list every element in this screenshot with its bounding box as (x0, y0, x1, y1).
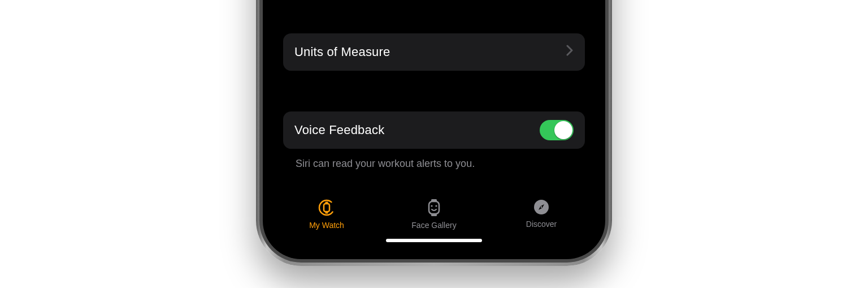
voice-feedback-toggle[interactable] (540, 120, 574, 140)
watch-icon (317, 198, 336, 217)
phone-inner-ring: Units of Measure Voice Feedback (259, 0, 609, 263)
home-indicator[interactable] (386, 239, 482, 242)
settings-content: Units of Measure Voice Feedback (273, 0, 595, 195)
svg-rect-1 (324, 204, 329, 212)
svg-point-10 (541, 207, 542, 208)
tab-discover-label: Discover (526, 220, 557, 229)
toggle-knob (554, 121, 572, 139)
svg-rect-6 (431, 214, 437, 216)
svg-rect-4 (429, 201, 439, 214)
phone-frame: Units of Measure Voice Feedback (256, 0, 612, 266)
svg-rect-2 (326, 202, 328, 204)
tab-my-watch[interactable]: My Watch (274, 198, 380, 230)
tab-discover[interactable]: Discover (488, 198, 594, 229)
phone-screen: Units of Measure Voice Feedback (273, 0, 595, 249)
chevron-right-icon (566, 45, 574, 59)
tab-my-watch-label: My Watch (309, 221, 344, 230)
tab-face-gallery[interactable]: Face Gallery (381, 198, 487, 230)
units-of-measure-row[interactable]: Units of Measure (283, 33, 585, 71)
section-gap (283, 71, 585, 111)
units-of-measure-label: Units of Measure (294, 45, 566, 59)
svg-point-8 (435, 205, 437, 207)
voice-feedback-row: Voice Feedback (283, 111, 585, 149)
tab-bar: My Watch (273, 195, 595, 249)
watch-face-icon (426, 198, 442, 217)
compass-icon (532, 198, 550, 216)
tab-face-gallery-label: Face Gallery (411, 221, 456, 230)
svg-point-7 (431, 205, 432, 207)
phone-bezel: Units of Measure Voice Feedback (263, 0, 605, 259)
voice-feedback-footer: Siri can read your workout alerts to you… (283, 149, 585, 189)
svg-rect-5 (431, 199, 437, 201)
svg-rect-3 (326, 212, 328, 214)
voice-feedback-label: Voice Feedback (294, 123, 540, 137)
